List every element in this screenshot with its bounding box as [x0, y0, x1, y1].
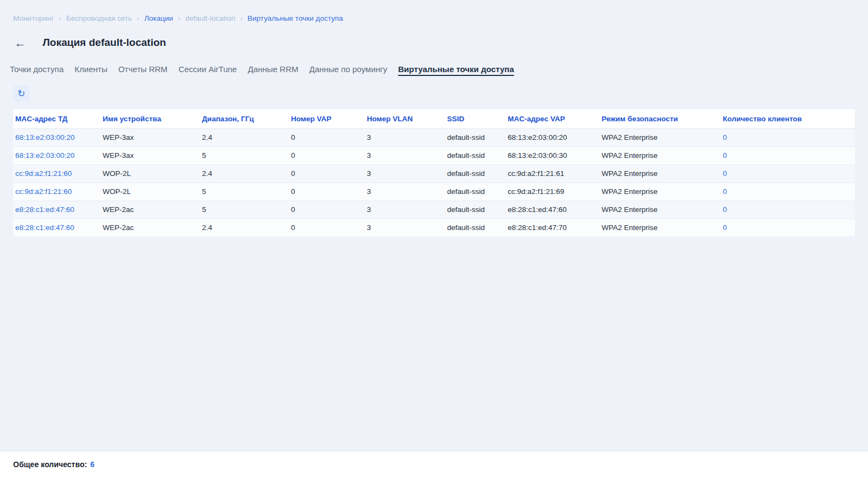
cell-client-count[interactable]: 0	[721, 146, 855, 164]
cell-ssid: default-ssid	[445, 164, 506, 182]
cell-mac-vap: cc:9d:a2:f1:21:69	[506, 182, 599, 201]
table-row: cc:9d:a2:f1:21:60 WOP-2L 2.4 0 3 default…	[13, 164, 855, 182]
cell-device-name: WEP-3ax	[100, 146, 200, 164]
back-arrow-icon[interactable]: ←	[13, 36, 27, 50]
cell-band: 2.4	[200, 128, 289, 146]
cell-device-name: WEP-2ac	[100, 201, 200, 219]
cell-vap-number: 0	[289, 128, 365, 146]
cell-ssid: default-ssid	[445, 182, 506, 201]
tab-airtune-sessions[interactable]: Сессии AirTune	[179, 63, 237, 76]
cell-mac-ap[interactable]: 68:13:e2:03:00:20	[13, 128, 100, 146]
breadcrumb-item-monitoring[interactable]: Мониторинг	[13, 14, 54, 22]
cell-vlan-number: 3	[365, 219, 445, 237]
breadcrumb-item-locations[interactable]: Локации	[144, 14, 173, 22]
cell-client-count[interactable]: 0	[721, 182, 855, 201]
cell-vlan-number: 3	[365, 182, 445, 201]
cell-client-count[interactable]: 0	[721, 164, 855, 182]
column-header-mac-ap[interactable]: MAC-адрес ТД	[13, 109, 100, 128]
cell-security-mode: WPA2 Enterprise	[599, 219, 721, 237]
cell-band: 2.4	[200, 219, 289, 237]
cell-vap-number: 0	[289, 201, 365, 219]
cell-vlan-number: 3	[365, 201, 445, 219]
cell-client-count[interactable]: 0	[721, 128, 855, 146]
cell-security-mode: WPA2 Enterprise	[599, 146, 721, 164]
cell-mac-ap[interactable]: cc:9d:a2:f1:21:60	[13, 182, 100, 201]
cell-ssid: default-ssid	[445, 146, 506, 164]
column-header-vlan-number[interactable]: Номер VLAN	[365, 109, 445, 128]
cell-vlan-number: 3	[365, 146, 445, 164]
cell-band: 5	[200, 146, 289, 164]
cell-device-name: WEP-3ax	[100, 128, 200, 146]
page-title: Локация default-location	[43, 37, 166, 49]
breadcrumb-separator-icon: ›	[137, 14, 139, 22]
vap-table-wrapper: MAC-адрес ТД Имя устройства Диапазон, ГГ…	[0, 109, 868, 237]
cell-ssid: default-ssid	[445, 128, 506, 146]
cell-vap-number: 0	[289, 146, 365, 164]
tab-roaming-data[interactable]: Данные по роумингу	[309, 63, 387, 76]
cell-vap-number: 0	[289, 219, 365, 237]
table-body: 68:13:e2:03:00:20 WEP-3ax 2.4 0 3 defaul…	[13, 128, 855, 237]
cell-mac-vap: cc:9d:a2:f1:21:61	[506, 164, 599, 182]
table-header: MAC-адрес ТД Имя устройства Диапазон, ГГ…	[13, 109, 855, 128]
cell-band: 5	[200, 201, 289, 219]
page-content: Мониторинг › Беспроводная сеть › Локации…	[0, 0, 868, 451]
cell-device-name: WOP-2L	[100, 164, 200, 182]
cell-band: 2.4	[200, 164, 289, 182]
table-row: cc:9d:a2:f1:21:60 WOP-2L 5 0 3 default-s…	[13, 182, 855, 201]
tab-rrm-data[interactable]: Данные RRM	[248, 63, 299, 76]
column-header-vap-number[interactable]: Номер VAP	[289, 109, 365, 128]
cell-security-mode: WPA2 Enterprise	[599, 128, 721, 146]
cell-mac-ap[interactable]: e8:28:c1:ed:47:60	[13, 219, 100, 237]
cell-vlan-number: 3	[365, 164, 445, 182]
cell-vlan-number: 3	[365, 128, 445, 146]
cell-ssid: default-ssid	[445, 219, 506, 237]
tab-bar: Точки доступа Клиенты Отчеты RRM Сессии …	[0, 63, 868, 76]
cell-security-mode: WPA2 Enterprise	[599, 201, 721, 219]
cell-device-name: WOP-2L	[100, 182, 200, 201]
cell-band: 5	[200, 182, 289, 201]
column-header-device-name[interactable]: Имя устройства	[100, 109, 200, 128]
breadcrumb-separator-icon: ›	[240, 14, 242, 22]
cell-mac-vap: e8:28:c1:ed:47:70	[506, 219, 599, 237]
table-row: e8:28:c1:ed:47:60 WEP-2ac 2.4 0 3 defaul…	[13, 219, 855, 237]
vap-table: MAC-адрес ТД Имя устройства Диапазон, ГГ…	[13, 109, 855, 237]
table-row: 68:13:e2:03:00:20 WEP-3ax 2.4 0 3 defaul…	[13, 128, 855, 146]
cell-security-mode: WPA2 Enterprise	[599, 164, 721, 182]
breadcrumb-separator-icon: ›	[59, 14, 61, 22]
tab-access-points[interactable]: Точки доступа	[10, 63, 64, 76]
cell-ssid: default-ssid	[445, 201, 506, 219]
total-count-label: Общее количество:	[13, 460, 87, 469]
table-row: e8:28:c1:ed:47:60 WEP-2ac 5 0 3 default-…	[13, 201, 855, 219]
column-header-ssid[interactable]: SSID	[445, 109, 506, 128]
column-header-band[interactable]: Диапазон, ГГц	[200, 109, 289, 128]
cell-vap-number: 0	[289, 164, 365, 182]
table-row: 68:13:e2:03:00:20 WEP-3ax 5 0 3 default-…	[13, 146, 855, 164]
cell-mac-ap[interactable]: e8:28:c1:ed:47:60	[13, 201, 100, 219]
column-header-client-count[interactable]: Количество клиентов	[721, 109, 855, 128]
cell-device-name: WEP-2ac	[100, 219, 200, 237]
cell-mac-vap: 68:13:e2:03:00:20	[506, 128, 599, 146]
column-header-security-mode[interactable]: Режим безопасности	[599, 109, 721, 128]
column-header-mac-vap[interactable]: MAC-адрес VAP	[506, 109, 599, 128]
cell-vap-number: 0	[289, 182, 365, 201]
breadcrumb: Мониторинг › Беспроводная сеть › Локации…	[0, 0, 868, 22]
cell-client-count[interactable]: 0	[721, 219, 855, 237]
total-count-value: 6	[90, 460, 94, 469]
breadcrumb-separator-icon: ›	[178, 14, 180, 22]
refresh-icon: ↻	[17, 89, 25, 98]
breadcrumb-item-default-location[interactable]: default-location	[185, 14, 235, 22]
breadcrumb-item-wireless-network[interactable]: Беспроводная сеть	[66, 14, 132, 22]
cell-mac-vap: 68:13:e2:03:00:30	[506, 146, 599, 164]
toolbar: ↻	[0, 85, 868, 102]
cell-client-count[interactable]: 0	[721, 201, 855, 219]
footer-bar: Общее количество: 6	[0, 451, 868, 477]
tab-rrm-reports[interactable]: Отчеты RRM	[118, 63, 168, 76]
cell-mac-ap[interactable]: 68:13:e2:03:00:20	[13, 146, 100, 164]
cell-mac-vap: e8:28:c1:ed:47:60	[506, 201, 599, 219]
tab-virtual-access-points[interactable]: Виртуальные точки доступа	[398, 63, 514, 76]
tab-clients[interactable]: Клиенты	[75, 63, 108, 76]
refresh-button[interactable]: ↻	[13, 85, 29, 102]
cell-mac-ap[interactable]: cc:9d:a2:f1:21:60	[13, 164, 100, 182]
breadcrumb-item-virtual-aps[interactable]: Виртуальные точки доступа	[247, 14, 343, 22]
page-header: ← Локация default-location	[0, 36, 868, 50]
